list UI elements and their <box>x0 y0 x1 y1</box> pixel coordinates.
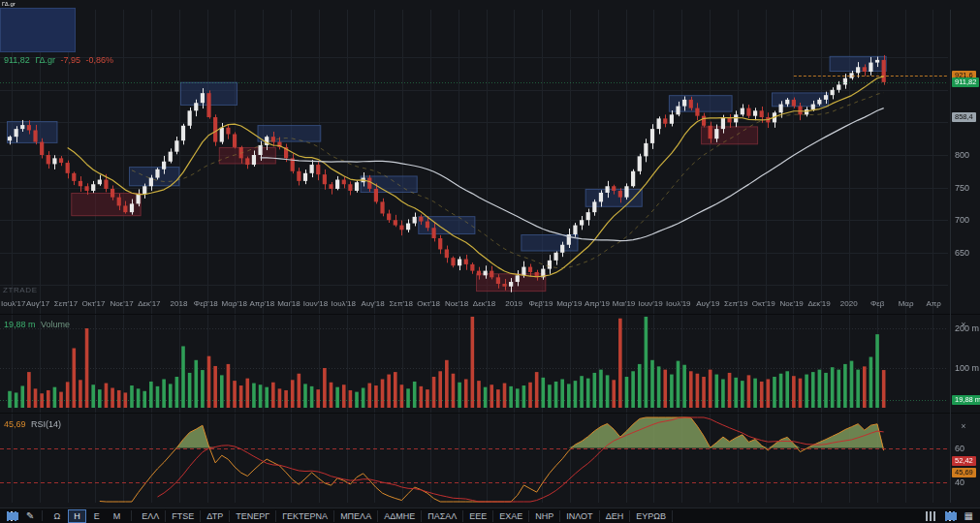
legend-change-pct: -0,86% <box>86 55 114 65</box>
price-axis-tick: 700 <box>955 216 969 225</box>
watchlist-tab-ΑΔΜΗΕ[interactable]: ΑΔΜΗΕ <box>378 510 422 522</box>
x-axis-month-label: Αυγ'18 <box>362 299 385 308</box>
x-axis-month-label: Μαρ <box>899 299 914 308</box>
price-axis-tick: 650 <box>955 249 969 258</box>
rsi-panel-close-icon[interactable]: × <box>959 421 968 431</box>
watchlist-tab-ΕΥΡΩΒ[interactable]: ΕΥΡΩΒ <box>630 510 673 522</box>
timeframe-tab-Μ[interactable]: Μ <box>108 509 127 523</box>
x-axis-month-label: Ιουν'19 <box>638 299 662 308</box>
x-axis-month-label: Ιουν'18 <box>303 299 328 308</box>
timeframe-tab-Ε[interactable]: Ε <box>88 509 106 523</box>
watchlist-tab-ΠΑΣΑΛ[interactable]: ΠΑΣΑΛ <box>422 510 463 522</box>
x-axis-month-label: Σεπ'18 <box>389 299 412 308</box>
x-axis-month-label: Ιουλ'19 <box>666 299 690 308</box>
legend-last-price: 911,82 <box>4 55 30 65</box>
rsi-ma-badge: 52,42 <box>952 456 976 466</box>
x-axis-month-label: Οκτ'18 <box>417 299 440 308</box>
price-axis-tick: 800 <box>955 151 969 160</box>
toolbar-divider <box>131 510 132 521</box>
x-axis-month-label: Σεπ'19 <box>724 299 747 308</box>
legend-volume-value: 19,88 m <box>4 320 36 329</box>
x-axis-month-label: Μαι'18 <box>277 299 300 308</box>
watchlist-tab-ΙΝΛΟΤ[interactable]: ΙΝΛΟΤ <box>560 510 599 522</box>
x-axis-month-label: Μαρ'18 <box>222 299 247 308</box>
watchlist-tab-ΔΕΗ[interactable]: ΔΕΗ <box>600 510 631 522</box>
price-axis-tick: 750 <box>955 184 969 193</box>
legend-volume-label: Volume <box>41 320 70 329</box>
volume-legend: 19,88 m Volume <box>4 320 73 329</box>
x-axis-month-label: Αυγ'19 <box>696 299 719 308</box>
x-axis-month-label: Σεπ'17 <box>54 299 78 308</box>
legend-change: -7,95 <box>61 55 81 65</box>
x-axis-month-label: Οκτ'17 <box>82 299 106 308</box>
x-axis-month-label: Δεκ'17 <box>138 299 160 308</box>
last-price-badge: 911,82 <box>952 77 979 87</box>
watchlist-tab-ΤΕΝΕΡΓ[interactable]: ΤΕΝΕΡΓ <box>230 510 276 522</box>
x-axis-month-label: Δεκ'19 <box>807 299 830 308</box>
bottom-toolbar: ✎ΩΗΕΜΕΛΛFTSEΔΤΡΤΕΝΕΡΓΓΕΚΤΕΡΝΑΜΠΕΛΑΑΔΜΗΕΠ… <box>0 508 980 523</box>
legend-rsi-label: RSI(14) <box>31 419 61 429</box>
rsi-axis-tick: 60 <box>955 445 964 453</box>
symbol-search-popup[interactable] <box>0 8 76 52</box>
chart-mini-icon[interactable] <box>7 511 18 521</box>
watchlist-tab-ΕΧΑΕ[interactable]: ΕΧΑΕ <box>493 510 529 522</box>
draw-pencil-icon[interactable]: ✎ <box>26 510 34 521</box>
bar-chart-icon[interactable] <box>926 511 937 521</box>
legend-rsi-value: 45,69 <box>4 419 26 429</box>
ma-slow-badge: 858,4 <box>952 112 976 122</box>
legend-symbol: ΓΔ.gr <box>35 55 55 65</box>
volume-axis-tick: 100 m <box>955 364 979 373</box>
x-axis-month-label: Ιουλ'18 <box>332 299 356 308</box>
x-axis-month-label: Οκτ'19 <box>752 299 775 308</box>
watchlist-tab-ΓΕΚΤΕΡΝΑ[interactable]: ΓΕΚΤΕΡΝΑ <box>276 510 334 522</box>
x-axis-month-label: Μαι'19 <box>613 299 636 308</box>
x-axis-month-label: Φεβ'19 <box>528 299 553 308</box>
volume-axis-tick: 200 m <box>955 324 979 333</box>
x-axis-month-label: 2019 <box>505 299 522 308</box>
platform-watermark: ZTRADE <box>3 286 38 294</box>
x-axis-month-label: 2018 <box>171 299 188 308</box>
candles-chart-icon[interactable] <box>945 511 957 521</box>
x-axis-month-label: Νοε'17 <box>110 299 133 308</box>
x-axis-month-label: 2020 <box>840 299 858 308</box>
x-axis-month-label: Δεκ'18 <box>473 299 495 308</box>
watchlist-tab-FTSE[interactable]: FTSE <box>166 510 201 522</box>
trading-app-window: ΓΔ.gr 911,82 ΓΔ.gr -7,95 -0,86% 19,88 m … <box>0 0 980 523</box>
watchlist-tab-ΝΗΡ[interactable]: ΝΗΡ <box>529 510 560 522</box>
x-axis-month-label: Ιουλ'17 <box>1 299 25 308</box>
last-volume-badge: 19,88 m <box>952 395 980 405</box>
grid-view-icon[interactable]: ▦ <box>964 510 973 521</box>
x-axis-month-label: Αυγ'17 <box>26 299 49 308</box>
chart-canvas[interactable] <box>0 0 980 523</box>
watchlist-tab-ΜΠΕΛΑ[interactable]: ΜΠΕΛΑ <box>334 510 378 522</box>
x-axis-month-label: Φεβ'18 <box>194 299 218 308</box>
rsi-axis-tick: 40 <box>955 478 964 487</box>
timeframe-tab-Ω[interactable]: Ω <box>47 509 66 523</box>
price-legend: 911,82 ΓΔ.gr -7,95 -0,86% <box>4 55 116 65</box>
rsi-value-badge: 45,69 <box>952 468 976 477</box>
toolbar-divider <box>42 510 43 521</box>
symbol-entry-text[interactable]: ΓΔ.gr <box>2 1 16 7</box>
x-axis-month-label: Μαρ'19 <box>556 299 582 308</box>
x-axis-month-label: Απρ <box>927 299 941 308</box>
watchlist-tab-ΕΛΛ[interactable]: ΕΛΛ <box>136 510 166 522</box>
rsi-legend: 45,69 RSI(14) <box>4 419 64 429</box>
x-axis-month-label: Φεβ <box>870 299 885 308</box>
timeframe-tab-Η[interactable]: Η <box>68 509 86 523</box>
watchlist-tab-ΔΤΡ[interactable]: ΔΤΡ <box>201 510 230 522</box>
x-axis-month-label: Νοε'18 <box>445 299 468 308</box>
x-axis-month-label: Απρ'19 <box>585 299 610 308</box>
x-axis-month-label: Απρ'18 <box>249 299 274 308</box>
x-axis-month-label: Νοε'19 <box>780 299 804 308</box>
watchlist-tab-ΕΕΕ[interactable]: ΕΕΕ <box>463 510 493 522</box>
